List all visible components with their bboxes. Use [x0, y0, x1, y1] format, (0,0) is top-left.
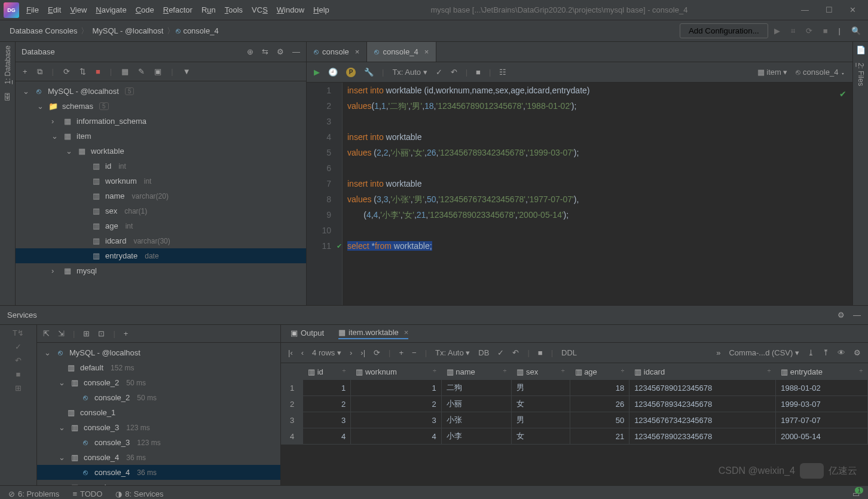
cancel-icon[interactable]: ■ [538, 348, 543, 357]
col-entrydate[interactable]: ▥ entrydate÷ [776, 364, 868, 380]
layout-icon[interactable]: ⊞ [15, 384, 22, 392]
menu-refactor[interactable]: Refactor [163, 5, 192, 14]
crumb-db[interactable]: MySQL - @localhost [90, 26, 166, 35]
menu-help[interactable]: Help [313, 5, 329, 14]
stop-icon[interactable]: ■ [16, 370, 21, 379]
tab-worktable[interactable]: ▦item.worktable× [338, 328, 408, 339]
menu-window[interactable]: Window [277, 5, 304, 14]
sync-icon[interactable]: ⇅ [80, 67, 86, 76]
add-configuration-button[interactable]: Add Configuration... [680, 23, 768, 38]
code-body[interactable]: ✔insert into worktable (id,worknum,name,… [343, 83, 852, 305]
col-idcard[interactable]: ▥ idcard÷ [629, 364, 776, 380]
menu-code[interactable]: Code [136, 5, 154, 14]
collapse-icon[interactable]: ⇆ [262, 47, 268, 56]
hide-icon[interactable]: — [853, 311, 861, 320]
table-icon[interactable]: ▦ [121, 67, 129, 76]
files-icon[interactable]: 📄 [856, 45, 866, 54]
menu-view[interactable]: View [70, 5, 87, 14]
menu-run[interactable]: Run [201, 5, 216, 14]
collapse-icon[interactable]: ⇲ [58, 329, 65, 338]
ddl-button[interactable]: DDL [561, 348, 577, 357]
menu-file[interactable]: File [26, 5, 39, 14]
add-icon[interactable]: + [124, 329, 129, 338]
tab-console[interactable]: ⎋console× [307, 42, 367, 62]
rollback-icon[interactable]: ↶ [451, 68, 457, 77]
tree-info-schema[interactable]: ›▦information_schema [16, 114, 306, 129]
maximize-icon[interactable]: ☐ [826, 5, 833, 14]
svc-console2[interactable]: ⌄▥console_250 ms [37, 375, 280, 390]
col-rownum[interactable] [282, 364, 303, 380]
more-icon[interactable]: » [716, 348, 720, 357]
check-icon[interactable]: ✓ [15, 342, 22, 351]
event-indicator[interactable]: ▭1 [852, 489, 860, 498]
settings-icon[interactable]: ⚙ [277, 47, 284, 56]
commit-icon[interactable]: ✓ [436, 68, 442, 77]
tree-schemas[interactable]: ⌄📁schemas5 [16, 99, 306, 114]
menu-tools[interactable]: Tools [225, 5, 243, 14]
tab-console-4[interactable]: ⎋console_4× [367, 42, 436, 62]
tree-col-id[interactable]: ▥idint [16, 159, 306, 174]
tab-close-icon[interactable]: × [353, 47, 360, 56]
tree-mysql[interactable]: ›▦mysql [16, 263, 306, 278]
col-name[interactable]: ▥ name÷ [441, 364, 512, 380]
table-row[interactable]: 444小李女211234567890233456782000-05-14 [282, 428, 868, 445]
gear-icon[interactable]: ⚙ [838, 311, 845, 320]
hide-icon[interactable]: — [292, 47, 300, 56]
export-format[interactable]: Comma-...d (CSV) ▾ [729, 348, 799, 357]
tree-col-idcard[interactable]: ▥idcardvarchar(30) [16, 233, 306, 248]
table-row[interactable]: 111二狗男181234567890123456781988-01-02 [282, 380, 868, 396]
svc-default[interactable]: ▥default152 ms [37, 360, 280, 375]
tree-item[interactable]: ⌄▦item [16, 129, 306, 144]
col-worknum[interactable]: ▥ worknum÷ [351, 364, 441, 380]
tab-services[interactable]: ◑ 8: Services [115, 489, 163, 498]
filter-icon[interactable]: ⊡ [98, 329, 105, 338]
filter-icon[interactable]: ▼ [183, 67, 191, 76]
menu-edit[interactable]: Edit [48, 5, 61, 14]
reload-icon[interactable]: ⟳ [374, 348, 380, 357]
download-icon[interactable]: ⤓ [808, 348, 814, 357]
rollback-icon[interactable]: ↶ [512, 348, 519, 357]
expand-icon[interactable]: ⇱ [43, 329, 50, 338]
menu-vcs[interactable]: VCS [252, 5, 268, 14]
crumb-file[interactable]: console_4 [181, 26, 221, 35]
col-id[interactable]: ▥ id÷ [303, 364, 351, 380]
session-dropdown[interactable]: ⎋ console_4 ▾ [796, 68, 845, 77]
last-icon[interactable]: ›| [360, 348, 365, 357]
tab-problems[interactable]: ⊘ 6: Problems [8, 489, 59, 498]
close-icon[interactable]: × [402, 328, 409, 337]
stop-icon[interactable]: ■ [96, 67, 100, 76]
search-icon[interactable]: 🔍 [851, 26, 861, 36]
next-icon[interactable]: › [350, 348, 352, 357]
table-row[interactable]: 333小张男501234567673423456781977-07-07 [282, 412, 868, 428]
upload-icon[interactable]: ⤒ [823, 348, 829, 357]
run-icon[interactable]: ▶ [774, 26, 780, 36]
crumb-root[interactable]: Database Consoles [7, 26, 80, 35]
remove-row-icon[interactable]: − [412, 348, 417, 357]
tx-dropdown[interactable]: Tx: Auto ▾ [392, 68, 427, 77]
rows-dropdown[interactable]: 4 rows ▾ [312, 348, 341, 357]
tree-datasource[interactable]: ⌄⎋MySQL - @localhost5 [16, 84, 306, 99]
refresh-icon[interactable]: ⟳ [63, 67, 70, 76]
group-icon[interactable]: ⊞ [83, 329, 90, 338]
wrench-icon[interactable]: 🔧 [364, 68, 374, 77]
svc-console3-item[interactable]: ⎋console_3123 ms [37, 435, 280, 450]
stripe-files[interactable]: 2: Files [857, 63, 865, 86]
tx-icon[interactable]: T↯ [13, 328, 24, 337]
undo-icon[interactable]: ↶ [15, 356, 22, 365]
table-row[interactable]: 222小丽女261234567893423456781999-03-07 [282, 396, 868, 412]
tab-output[interactable]: ▣Output [291, 328, 324, 339]
minimize-icon[interactable]: — [801, 5, 809, 14]
add-row-icon[interactable]: + [399, 348, 404, 357]
coverage-icon[interactable]: ⟳ [806, 26, 812, 36]
schema-dropdown[interactable]: ▦ item ▾ [757, 68, 788, 77]
first-icon[interactable]: |‹ [288, 348, 293, 357]
svc-console1[interactable]: ▥console_1 [37, 405, 280, 420]
svc-console2-item[interactable]: ⎋console_250 ms [37, 390, 280, 405]
edit-icon[interactable]: ✎ [138, 67, 145, 76]
menu-navigate[interactable]: Navigate [96, 5, 126, 14]
database-icon[interactable]: 🗄 [4, 93, 11, 102]
commit-icon[interactable]: ✓ [497, 348, 504, 357]
history-icon[interactable]: 🕘 [328, 68, 338, 77]
prev-icon[interactable]: ‹ [301, 348, 304, 357]
svc-console[interactable]: ⌄▥console [37, 480, 280, 485]
